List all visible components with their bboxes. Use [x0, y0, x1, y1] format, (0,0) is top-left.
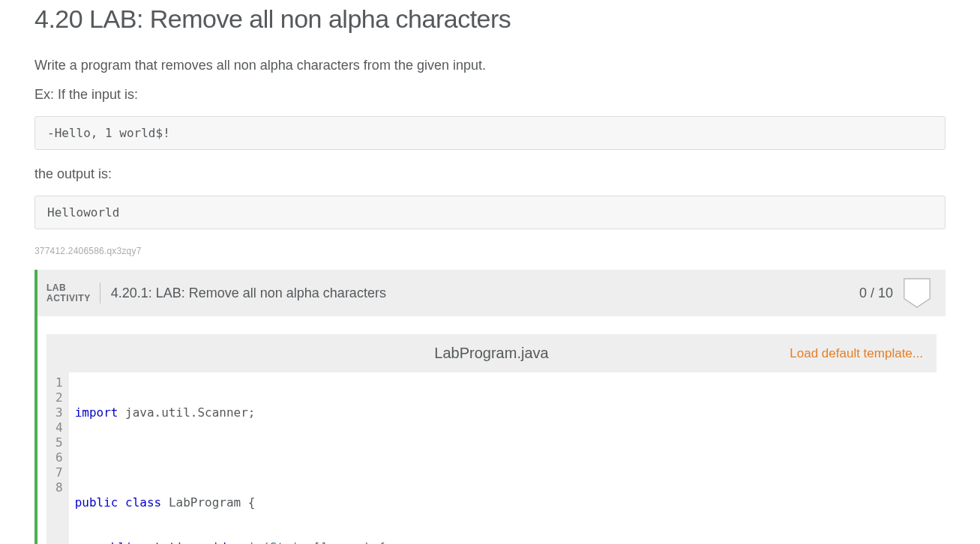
- code-editor[interactable]: 1 2 3 4 5 6 7 8 import java.util.Scanner…: [46, 372, 937, 544]
- line-number: 6: [54, 450, 64, 465]
- line-number: 4: [54, 420, 64, 435]
- type: String: [270, 540, 313, 544]
- keyword: public: [97, 540, 140, 544]
- lab-tag-line1: LAB: [46, 282, 91, 293]
- lab-tag-line2: ACTIVITY: [46, 293, 91, 303]
- code-text: LabProgram {: [161, 495, 255, 510]
- activity-title: 4.20.1: LAB: Remove all non alpha charac…: [111, 285, 859, 301]
- code-area[interactable]: import java.util.Scanner; public class L…: [69, 372, 937, 544]
- hash-id: 377412.2406586.qx3zqy7: [34, 246, 946, 256]
- code-line: public class LabProgram {: [75, 495, 931, 510]
- line-number: 7: [54, 465, 64, 480]
- activity-body: LabProgram.java Load default template...…: [37, 316, 946, 544]
- description-text: Write a program that removes all non alp…: [34, 58, 946, 73]
- line-number: 1: [54, 375, 64, 390]
- lab-activity-tag: LAB ACTIVITY: [46, 282, 100, 304]
- code-line: import java.util.Scanner;: [75, 405, 931, 420]
- code-text: java.util.Scanner;: [118, 405, 255, 420]
- example-input-label: Ex: If the input is:: [34, 87, 946, 103]
- code-text: [] args) {: [313, 540, 385, 544]
- input-example-box: -Hello, 1 world$!: [34, 116, 946, 150]
- keyword: static: [147, 540, 190, 544]
- line-number: 5: [54, 435, 64, 450]
- code-line: [75, 450, 931, 465]
- line-number: 2: [54, 390, 64, 405]
- output-example-box: Helloworld: [34, 196, 946, 229]
- keyword: import: [75, 405, 118, 420]
- code-text: main(: [226, 540, 270, 544]
- score-display: 0 / 10: [859, 285, 893, 301]
- keyword: void: [197, 540, 226, 544]
- code-line: public static void main(String[] args) {: [75, 540, 931, 544]
- file-bar: LabProgram.java Load default template...: [46, 334, 937, 372]
- line-number-gutter: 1 2 3 4 5 6 7 8: [46, 372, 69, 544]
- keyword: public: [75, 495, 118, 510]
- example-output-label: the output is:: [34, 166, 946, 182]
- line-number: 8: [54, 480, 64, 495]
- load-default-template-link[interactable]: Load default template...: [790, 346, 923, 361]
- keyword: class: [125, 495, 161, 510]
- lab-activity-panel: LAB ACTIVITY 4.20.1: LAB: Remove all non…: [34, 270, 946, 544]
- code-text: [75, 540, 97, 544]
- line-number: 3: [54, 405, 64, 420]
- filename-label: LabProgram.java: [434, 345, 548, 362]
- page-title: 4.20 LAB: Remove all non alpha character…: [34, 4, 946, 34]
- shield-icon: [902, 277, 932, 309]
- activity-header: LAB ACTIVITY 4.20.1: LAB: Remove all non…: [37, 270, 946, 316]
